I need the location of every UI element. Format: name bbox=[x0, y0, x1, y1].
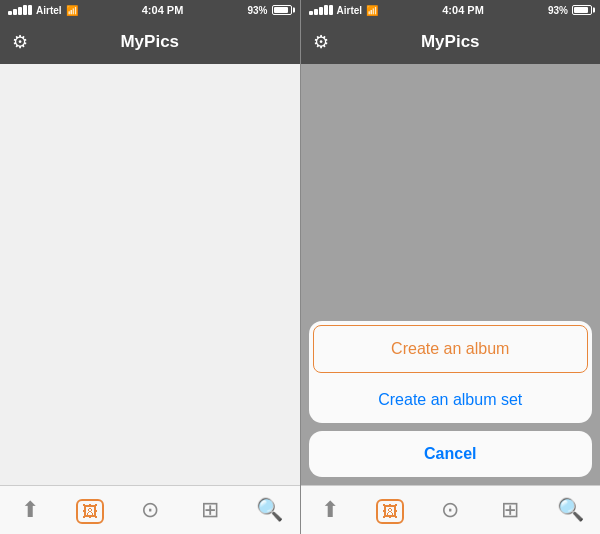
right-grid-icon: ⊞ bbox=[501, 497, 519, 523]
tab-search[interactable]: 🔍 bbox=[248, 488, 292, 532]
signal-dot-4 bbox=[324, 5, 328, 15]
right-phone-panel: Airtel 📶 4:04 PM 93% ⚙ MyPics Create an … bbox=[301, 0, 601, 534]
right-nav-title: MyPics bbox=[421, 32, 480, 52]
right-tab-grid[interactable]: ⊞ bbox=[488, 488, 532, 532]
right-albums-icon: 🖼 bbox=[376, 497, 404, 523]
tab-albums[interactable]: 🖼 bbox=[68, 488, 112, 532]
create-album-set-label: Create an album set bbox=[378, 391, 522, 408]
left-tab-bar: ⬆ 🖼 ⊙ ⊞ 🔍 bbox=[0, 485, 300, 534]
right-albums-icon-wrap: 🖼 bbox=[376, 499, 404, 524]
albums-icon-wrap: 🖼 bbox=[76, 499, 104, 524]
right-signal-strength bbox=[309, 5, 333, 15]
right-search-icon: 🔍 bbox=[557, 497, 584, 523]
search-icon: 🔍 bbox=[256, 497, 283, 523]
wifi-icon: 📶 bbox=[66, 5, 78, 16]
tab-share[interactable]: ⬆ bbox=[8, 488, 52, 532]
right-nav-bar: ⚙ MyPics bbox=[301, 20, 601, 64]
right-camera-icon: ⊙ bbox=[441, 497, 459, 523]
right-status-bar: Airtel 📶 4:04 PM 93% bbox=[301, 0, 601, 20]
create-album-set-button[interactable]: Create an album set bbox=[309, 377, 593, 423]
right-battery-fill bbox=[574, 7, 588, 13]
signal-dot-3 bbox=[18, 7, 22, 15]
right-status-right: 93% bbox=[548, 5, 592, 16]
signal-dot-1 bbox=[309, 11, 313, 15]
battery-fill bbox=[274, 7, 288, 13]
right-status-left: Airtel 📶 bbox=[309, 5, 379, 16]
right-tab-share[interactable]: ⬆ bbox=[308, 488, 352, 532]
left-nav-title: MyPics bbox=[120, 32, 179, 52]
signal-dot-2 bbox=[314, 9, 318, 15]
signal-dot-1 bbox=[8, 11, 12, 15]
signal-dot-4 bbox=[23, 5, 27, 15]
create-album-button[interactable]: Create an album bbox=[313, 325, 589, 373]
left-status-bar: Airtel 📶 4:04 PM 93% bbox=[0, 0, 300, 20]
left-nav-bar: ⚙ MyPics bbox=[0, 20, 300, 64]
right-tab-albums[interactable]: 🖼 bbox=[368, 488, 412, 532]
create-album-label: Create an album bbox=[391, 340, 509, 357]
share-icon: ⬆ bbox=[21, 497, 39, 523]
right-settings-button[interactable]: ⚙ bbox=[313, 31, 329, 53]
right-time-display: 4:04 PM bbox=[442, 4, 484, 16]
left-content-area bbox=[0, 64, 300, 485]
cancel-button[interactable]: Cancel bbox=[309, 431, 593, 477]
time-display: 4:04 PM bbox=[142, 4, 184, 16]
grid-icon: ⊞ bbox=[201, 497, 219, 523]
right-tab-search[interactable]: 🔍 bbox=[548, 488, 592, 532]
right-wifi-icon: 📶 bbox=[366, 5, 378, 16]
left-status-left: Airtel 📶 bbox=[8, 5, 78, 16]
action-sheet: Create an album Create an album set Canc… bbox=[301, 313, 601, 485]
right-carrier-name: Airtel bbox=[337, 5, 363, 16]
battery-percentage: 93% bbox=[247, 5, 267, 16]
battery-icon bbox=[272, 5, 292, 15]
settings-button[interactable]: ⚙ bbox=[12, 31, 28, 53]
carrier-name: Airtel bbox=[36, 5, 62, 16]
right-battery-icon bbox=[572, 5, 592, 15]
right-share-icon: ⬆ bbox=[321, 497, 339, 523]
action-sheet-group: Create an album Create an album set bbox=[309, 321, 593, 423]
left-phone-panel: Airtel 📶 4:04 PM 93% ⚙ MyPics ⬆ 🖼 ⊙ bbox=[0, 0, 300, 534]
albums-icon: 🖼 bbox=[76, 497, 104, 523]
signal-dot-3 bbox=[319, 7, 323, 15]
signal-dot-2 bbox=[13, 9, 17, 15]
camera-icon: ⊙ bbox=[141, 497, 159, 523]
signal-strength bbox=[8, 5, 32, 15]
right-gear-icon: ⚙ bbox=[313, 32, 329, 52]
right-tab-bar: ⬆ 🖼 ⊙ ⊞ 🔍 bbox=[301, 485, 601, 534]
signal-dot-5 bbox=[329, 5, 333, 15]
left-status-right: 93% bbox=[247, 5, 291, 16]
right-battery-percentage: 93% bbox=[548, 5, 568, 16]
cancel-label: Cancel bbox=[424, 445, 476, 462]
tab-grid[interactable]: ⊞ bbox=[188, 488, 232, 532]
signal-dot-5 bbox=[28, 5, 32, 15]
tab-camera[interactable]: ⊙ bbox=[128, 488, 172, 532]
gear-icon: ⚙ bbox=[12, 32, 28, 52]
right-tab-camera[interactable]: ⊙ bbox=[428, 488, 472, 532]
